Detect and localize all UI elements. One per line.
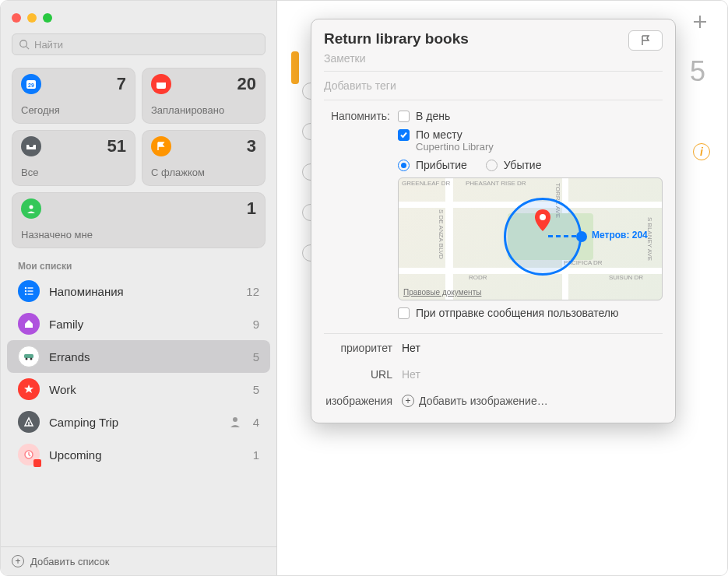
plus-icon: + [12,555,24,567]
checkbox-checked[interactable] [398,129,410,141]
card-count: 3 [247,136,256,156]
radius-label: Метров: 204 [592,230,648,241]
arriving-radio[interactable]: Прибытие [398,159,467,171]
on-message-option[interactable]: При отправке сообщения пользователю [398,307,663,319]
card-label: Все [21,167,126,178]
reminder-title[interactable]: Return library books [324,30,663,47]
list-upcoming[interactable]: Upcoming 1 [7,438,270,471]
svg-point-18 [540,214,546,220]
radio-selected[interactable] [398,160,410,171]
on-day-label: В день [416,110,450,122]
zoom-window[interactable] [43,13,52,23]
add-image-label: Добавить изображение… [419,395,548,407]
list-name: Upcoming [49,448,244,462]
radius-handle[interactable] [576,231,587,242]
list-camping[interactable]: Camping Trip 4 [7,406,270,438]
list-count: 5 [253,350,259,364]
svg-point-6 [30,205,33,209]
location-map[interactable]: GREENLEAF DR PHEASANT RISE DR S DE ANZA … [398,177,663,300]
svg-rect-10 [28,290,33,291]
priority-value: Нет [402,342,420,354]
list-count: 9 [253,318,259,331]
svg-point-9 [25,290,26,292]
add-image-button[interactable]: + Добавить изображение… [402,395,548,407]
images-label: изображения [324,395,392,407]
svg-point-7 [25,287,26,289]
info-button[interactable]: i [693,143,710,160]
on-day-option[interactable]: В день [398,110,663,122]
home-icon [18,313,40,335]
by-location-option[interactable]: По месту [398,128,663,141]
list-errands[interactable]: Errands 5 [7,340,270,373]
svg-rect-13 [24,354,33,358]
leaving-label: Убытие [504,159,542,171]
radius-line [548,235,576,237]
plus-icon: + [402,395,414,407]
priority-row[interactable]: приоритет Нет [324,333,663,359]
leaving-radio[interactable]: Убытие [486,159,542,171]
url-label: URL [324,368,392,381]
card-flagged[interactable]: 3 С флажком [142,130,266,186]
car-icon [18,346,40,367]
inspector-panel: Return library books Заметки Добавить те… [311,19,676,423]
selected-item-indicator [291,51,299,84]
tray-icon [21,136,41,156]
add-list-button[interactable]: + Добавить список [1,546,276,575]
minimize-window[interactable] [27,13,37,23]
svg-rect-5 [157,80,166,83]
card-label: Назначено мне [21,229,256,241]
radio[interactable] [486,160,498,171]
card-today[interactable]: 29 7 Сегодня [12,68,135,124]
search-input[interactable]: Найти [12,33,266,55]
card-count: 1 [247,198,256,219]
list-name: Camping Trip [49,416,219,429]
card-count: 7 [117,74,126,94]
arriving-label: Прибытие [416,159,467,171]
list-reminders[interactable]: Напоминания 12 [7,275,270,307]
list-name: Errands [49,350,244,364]
svg-rect-8 [28,287,33,288]
smart-cards: 29 7 Сегодня 20 Запланировано 51 Все 3 [1,60,276,248]
list-name: Work [49,383,244,396]
images-row: изображения + Добавить изображение… [324,390,663,412]
card-assigned[interactable]: 1 Назначено мне [12,192,266,248]
checkbox[interactable] [398,111,410,122]
list-name: Напоминания [49,285,237,298]
list-name: Family [49,318,244,331]
card-label: Запланировано [151,104,256,116]
search-placeholder: Найти [34,39,63,51]
list-family[interactable]: Family 9 [7,307,270,340]
card-scheduled[interactable]: 20 Запланировано [142,68,266,124]
close-window[interactable] [12,13,21,23]
priority-label: приоритет [324,342,392,354]
clock-icon [18,444,40,465]
my-lists-title: Мои списки [1,248,276,275]
window-controls [1,7,276,29]
add-list-label: Добавить список [30,556,109,567]
by-location-label: По месту [416,128,462,141]
remind-section: Напомнить: В день По месту Cupertino Lib… [324,105,663,324]
map-pin-icon [535,209,550,231]
notes-field[interactable]: Заметки [324,52,663,72]
url-value: Нет [402,368,420,381]
flag-button[interactable] [628,30,663,51]
url-row[interactable]: URL Нет [324,364,663,385]
list-count: 12 [246,285,259,298]
tent-icon [18,411,40,433]
svg-point-11 [25,293,26,295]
card-label: С флажком [151,167,256,178]
add-reminder-button[interactable] [691,13,709,30]
shared-icon [228,415,242,429]
svg-line-1 [26,47,30,50]
person-icon [21,198,41,219]
list-work[interactable]: Work 5 [7,373,270,406]
sidebar: Найти 29 7 Сегодня 20 Запланировано 51 В… [1,1,277,575]
svg-point-14 [26,358,28,360]
list-count: 1 [253,448,259,462]
legal-link[interactable]: Правовые документы [403,288,481,297]
list-count: 5 [253,383,259,396]
card-all[interactable]: 51 Все [12,130,135,186]
svg-point-0 [20,40,27,47]
checkbox[interactable] [398,307,410,319]
tags-field[interactable]: Добавить теги [324,76,663,100]
